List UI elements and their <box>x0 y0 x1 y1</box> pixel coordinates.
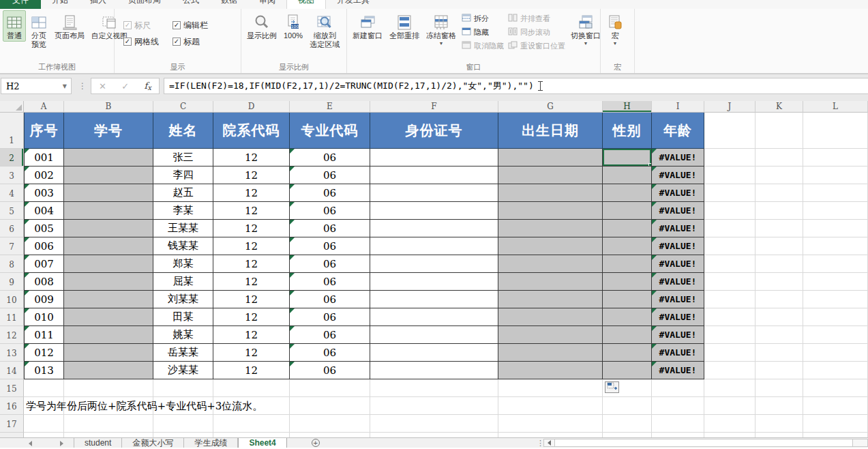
cell-A15[interactable] <box>24 379 64 397</box>
cell-C9[interactable]: 屈某 <box>153 273 213 291</box>
cell-C15[interactable] <box>153 379 213 397</box>
cell-C11[interactable]: 田某 <box>153 308 213 326</box>
cell-J6[interactable] <box>704 220 755 237</box>
tab-insert[interactable]: 插入 <box>79 0 117 9</box>
cell-H12[interactable] <box>603 326 652 344</box>
cell-F13[interactable] <box>370 344 498 362</box>
cell-F8[interactable] <box>370 255 498 273</box>
column-header-H[interactable]: H <box>603 101 652 113</box>
cell-J5[interactable] <box>704 202 755 220</box>
cell-H17[interactable] <box>603 415 652 433</box>
cell-J12[interactable] <box>704 326 755 344</box>
cell-G13[interactable] <box>498 344 603 362</box>
cell-E1[interactable]: 专业代码 <box>290 113 370 149</box>
scrollbar-thumb[interactable] <box>554 439 853 446</box>
cell-J11[interactable] <box>704 308 755 326</box>
tab-data[interactable]: 数据 <box>210 0 248 9</box>
cell-I5[interactable]: #VALUE! <box>652 202 704 220</box>
cell-J17[interactable] <box>704 415 755 433</box>
cell-E16[interactable] <box>290 397 370 415</box>
zoom-button[interactable]: 显示比例 <box>244 10 280 42</box>
cell-G10[interactable] <box>498 291 603 308</box>
cell-H6[interactable] <box>603 220 652 237</box>
cell-C2[interactable]: 张三 <box>153 149 213 166</box>
cell-A2[interactable]: 001 <box>24 149 64 166</box>
cell-L12[interactable] <box>803 326 868 344</box>
cell-H1[interactable]: 性别 <box>603 113 652 149</box>
cell-D14[interactable]: 12 <box>213 362 290 379</box>
cell-K10[interactable] <box>755 291 803 308</box>
cell-E3[interactable]: 06 <box>290 166 370 184</box>
arrange-all-button[interactable]: 全部重排 <box>387 10 422 42</box>
column-header-K[interactable]: K <box>755 101 803 113</box>
cell-K12[interactable] <box>755 326 803 344</box>
cell-J1[interactable] <box>704 113 755 149</box>
cell-I18[interactable] <box>652 433 704 437</box>
cell-F1[interactable]: 身份证号 <box>370 113 498 149</box>
cell-E15[interactable] <box>290 379 370 397</box>
cell-F6[interactable] <box>370 220 498 237</box>
tab-home[interactable]: 开始 <box>41 0 79 9</box>
row-header-6[interactable]: 6 <box>0 220 24 237</box>
cell-G7[interactable] <box>498 237 603 255</box>
gridlines-checkbox[interactable]: 网格线 <box>123 36 173 48</box>
cell-K16[interactable] <box>755 397 803 415</box>
column-header-F[interactable]: F <box>370 101 498 113</box>
cell-I13[interactable]: #VALUE! <box>652 344 704 362</box>
cell-A6[interactable]: 005 <box>24 220 64 237</box>
cell-A14[interactable]: 013 <box>24 362 64 379</box>
cell-B11[interactable] <box>64 308 153 326</box>
cell-K18[interactable] <box>755 433 803 437</box>
sheet-tab-student[interactable]: student <box>74 438 122 448</box>
cell-G16[interactable] <box>498 397 603 415</box>
cell-D11[interactable]: 12 <box>213 308 290 326</box>
cell-L14[interactable] <box>803 362 868 379</box>
cell-I10[interactable]: #VALUE! <box>652 291 704 308</box>
cell-C7[interactable]: 钱某某 <box>153 237 213 255</box>
cell-D5[interactable]: 12 <box>213 202 290 220</box>
row-header-15[interactable]: 15 <box>0 379 24 397</box>
row-header-9[interactable]: 9 <box>0 273 24 291</box>
sheet-tab-Sheet4[interactable]: Sheet4 <box>238 438 286 448</box>
cell-E13[interactable]: 06 <box>290 344 370 362</box>
cell-B8[interactable] <box>64 255 153 273</box>
synchronous-scrolling-button[interactable]: 同步滚动 <box>508 25 565 39</box>
add-sheet-button[interactable]: + <box>312 439 320 447</box>
cell-D17[interactable] <box>213 415 290 433</box>
cell-D1[interactable]: 院系代码 <box>213 113 290 149</box>
headings-checkbox[interactable]: 标题 <box>173 36 226 48</box>
cell-K4[interactable] <box>755 184 803 202</box>
zoom-100-button[interactable]: 100 100% <box>281 10 305 42</box>
cell-J13[interactable] <box>704 344 755 362</box>
cell-K7[interactable] <box>755 237 803 255</box>
cell-I2[interactable]: #VALUE! <box>652 149 704 166</box>
cell-B1[interactable]: 学号 <box>64 113 153 149</box>
cell-G1[interactable]: 出生日期 <box>498 113 603 149</box>
cell-G17[interactable] <box>498 415 603 433</box>
cell-J16[interactable] <box>704 397 755 415</box>
tab-view[interactable]: 视图 <box>286 0 326 9</box>
cell-B7[interactable] <box>64 237 153 255</box>
cell-B10[interactable] <box>64 291 153 308</box>
column-header-B[interactable]: B <box>64 101 153 113</box>
cell-C10[interactable]: 刘某某 <box>153 291 213 308</box>
formula-input[interactable]: =IF(LEN(F2)=18,IF(MID(F2,17,1)/2=TRUNC(M… <box>164 78 868 94</box>
scroll-left-icon[interactable] <box>548 440 551 446</box>
cell-J15[interactable] <box>704 379 755 397</box>
cell-B12[interactable] <box>64 326 153 344</box>
cell-G11[interactable] <box>498 308 603 326</box>
cell-E7[interactable]: 06 <box>290 237 370 255</box>
cell-H5[interactable] <box>603 202 652 220</box>
sheet-nav-left-icon[interactable] <box>29 441 32 446</box>
ruler-checkbox[interactable]: 标尺 <box>123 20 173 31</box>
cell-E9[interactable]: 06 <box>290 273 370 291</box>
cell-L7[interactable] <box>803 237 868 255</box>
cell-D13[interactable]: 12 <box>213 344 290 362</box>
cell-F5[interactable] <box>370 202 498 220</box>
cell-F12[interactable] <box>370 326 498 344</box>
cell-I8[interactable]: #VALUE! <box>652 255 704 273</box>
row-header-5[interactable]: 5 <box>0 202 24 220</box>
row-header-2[interactable]: 2 <box>0 149 24 166</box>
zoom-to-selection-button[interactable]: 缩放到选定区域 <box>307 10 342 50</box>
tab-formulas[interactable]: 公式 <box>172 0 210 9</box>
